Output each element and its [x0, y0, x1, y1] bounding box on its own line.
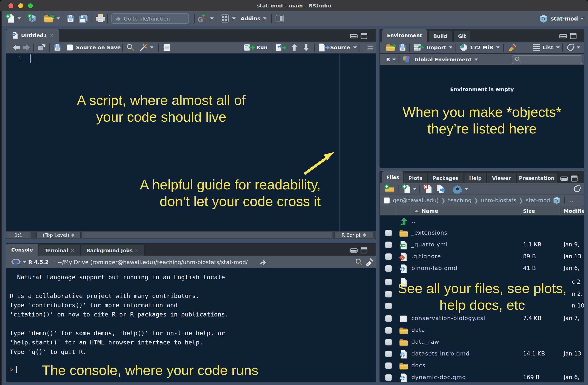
file-checkbox[interactable] — [385, 374, 392, 381]
more-caret-icon[interactable] — [465, 188, 468, 190]
save-all-icon[interactable] — [78, 14, 89, 23]
document-outline-icon[interactable] — [365, 44, 373, 51]
new-file-icon[interactable] — [5, 13, 15, 24]
source-button-icon[interactable] — [318, 43, 330, 52]
select-all-checkbox[interactable] — [384, 197, 390, 204]
tab-console[interactable]: Console — [6, 244, 38, 256]
refresh-caret-icon[interactable] — [577, 46, 580, 49]
tab-terminal[interactable]: Terminal — [39, 245, 80, 256]
minimize-pane-icon[interactable] — [350, 247, 358, 253]
open-file-caret-icon[interactable] — [56, 17, 60, 20]
tab-plots[interactable]: Plots — [404, 173, 427, 184]
run-button-label[interactable]: Run — [256, 44, 268, 51]
tab-close-icon[interactable] — [49, 34, 53, 37]
tab-environment[interactable]: Environment — [382, 29, 427, 42]
memory-caret-icon[interactable] — [496, 46, 500, 49]
sort-ascending-icon[interactable] — [414, 210, 419, 212]
file-name[interactable]: datasets-intro.qmd — [411, 350, 470, 357]
breadcrumb-uhm-biostats[interactable]: uhm-biostats — [481, 197, 516, 204]
print-icon[interactable] — [96, 14, 105, 23]
run-icon[interactable] — [244, 43, 255, 52]
import-dataset-label[interactable]: Import — [427, 44, 446, 51]
new-file-caret-icon[interactable] — [17, 17, 21, 20]
file-name[interactable]: data — [411, 327, 425, 333]
environment-search-box[interactable] — [512, 55, 582, 64]
tab-git[interactable]: Git — [454, 31, 470, 42]
new-project-icon[interactable] — [27, 13, 38, 24]
file-name[interactable]: data_raw — [411, 339, 439, 345]
breadcrumb-teaching[interactable]: teaching — [448, 197, 471, 204]
file-name[interactable]: conservation-biology.csl — [411, 315, 485, 321]
source-on-save-checkbox[interactable] — [67, 44, 73, 51]
file-name[interactable]: _extensions — [411, 229, 448, 236]
tab-files[interactable]: Files — [382, 171, 403, 183]
r-version-caret-icon[interactable] — [23, 261, 26, 263]
file-checkbox[interactable] — [385, 351, 392, 357]
breadcrumb-stat-mod[interactable]: stat-mod — [526, 197, 550, 204]
tab-close-icon[interactable] — [71, 249, 74, 252]
tab-background-jobs[interactable]: Background Jobs — [81, 245, 144, 256]
new-file-caret-icon[interactable] — [413, 188, 416, 190]
forward-icon[interactable] — [22, 44, 30, 51]
file-checkbox[interactable] — [385, 230, 392, 236]
source-button-label[interactable]: Source — [330, 44, 350, 51]
file-checkbox[interactable] — [385, 242, 392, 248]
workspace-panes-icon[interactable] — [220, 14, 229, 23]
file-row[interactable]: datasets-intro.qmd 14.1 KB Jan 13 — [380, 348, 584, 360]
import-dataset-icon[interactable] — [413, 43, 425, 52]
tab-close-icon[interactable] — [135, 249, 139, 252]
minimize-pane-icon[interactable] — [560, 175, 568, 181]
code-tools-caret-icon[interactable] — [150, 46, 154, 49]
tab-presentation[interactable]: Presentation — [517, 173, 557, 184]
file-name[interactable]: docs — [411, 362, 425, 369]
compile-report-icon[interactable] — [162, 43, 170, 52]
version-control-caret-icon[interactable] — [210, 17, 214, 20]
import-caret-icon[interactable] — [449, 46, 452, 49]
rename-file-icon[interactable] — [435, 184, 446, 194]
file-type-selector[interactable]: R Script — [334, 232, 373, 238]
version-control-icon[interactable] — [198, 13, 206, 24]
minimize-pane-icon[interactable] — [559, 33, 567, 39]
save-workspace-icon[interactable] — [399, 44, 406, 52]
save-source-icon[interactable] — [53, 44, 61, 52]
file-row[interactable]: _extensions — [380, 227, 584, 239]
tab-untitled1[interactable]: Untitled1 — [6, 29, 59, 42]
file-name[interactable]: .gitignore — [411, 253, 441, 259]
run-previous-chunk-icon[interactable] — [291, 43, 298, 52]
file-row[interactable]: .gitignore 89 B Jan 13 — [380, 251, 584, 263]
file-row[interactable]: data — [380, 325, 584, 336]
file-row[interactable]: docs — [380, 360, 584, 372]
maximize-pane-icon[interactable] — [571, 175, 578, 182]
console-search-icon[interactable] — [355, 258, 363, 266]
file-row[interactable]: _quarto.yml 1.1 KB Jan 9, — [380, 239, 584, 251]
file-row[interactable]: binom-lab.qmd 41 B Jan 6, — [380, 263, 584, 275]
delete-file-icon[interactable] — [423, 184, 433, 194]
list-view-label[interactable]: List — [543, 44, 553, 51]
show-in-new-window-icon[interactable] — [37, 43, 46, 52]
maximize-pane-icon[interactable] — [361, 33, 367, 39]
file-name[interactable]: binom-lab.qmd — [411, 265, 458, 271]
file-row[interactable]: conservation-biology.csl 7.4 KB Jan 7, — [380, 313, 584, 325]
addins-button[interactable]: Addins — [241, 15, 260, 22]
column-size[interactable]: Size — [523, 206, 535, 216]
rerun-icon[interactable] — [276, 43, 287, 52]
memory-usage-icon[interactable] — [460, 43, 468, 52]
more-file-commands-icon[interactable] — [453, 184, 462, 194]
goto-directory-icon[interactable] — [259, 258, 267, 266]
file-checkbox[interactable] — [385, 339, 392, 345]
working-directory-path[interactable]: ~/My Drive (rominger@hawaii.edu)/teachin… — [58, 259, 248, 265]
maximize-pane-icon[interactable] — [361, 247, 367, 254]
language-selector[interactable]: R — [386, 56, 390, 63]
r-version-label[interactable]: R 4.5.2 — [28, 259, 49, 265]
file-checkbox[interactable] — [385, 265, 392, 272]
new-blank-file-icon[interactable] — [402, 184, 411, 194]
addins-caret-icon[interactable] — [263, 17, 267, 20]
tab-build[interactable]: Build — [429, 31, 452, 42]
column-name[interactable]: Name — [422, 206, 438, 216]
tab-help[interactable]: Help — [464, 173, 486, 184]
language-caret-icon[interactable] — [392, 59, 396, 61]
refresh-environment-icon[interactable] — [566, 44, 574, 52]
memory-usage-label[interactable]: 172 MiB — [470, 44, 493, 51]
workspace-panes-caret-icon[interactable] — [232, 17, 236, 20]
file-checkbox[interactable] — [385, 315, 392, 322]
